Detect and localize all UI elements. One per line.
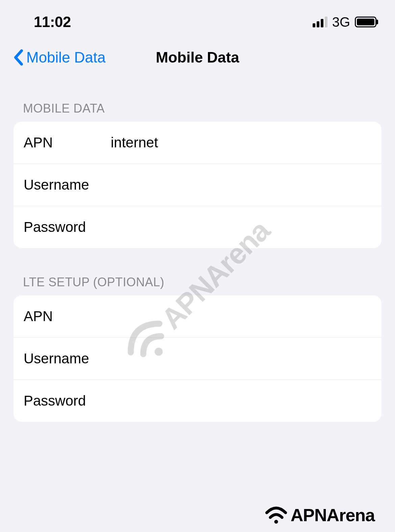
chevron-left-icon [14, 49, 23, 66]
network-type: 3G [332, 15, 350, 30]
back-label: Mobile Data [26, 49, 106, 66]
footer-logo: APNArena [264, 505, 375, 525]
signal-icon [313, 17, 327, 27]
input-lte-password[interactable] [111, 393, 371, 409]
row-apn[interactable]: APN [14, 122, 381, 164]
status-time: 11:02 [34, 14, 71, 30]
row-lte-password[interactable]: Password [14, 380, 381, 422]
back-button[interactable]: Mobile Data [14, 49, 106, 66]
input-password[interactable] [111, 219, 371, 235]
row-lte-username[interactable]: Username [14, 338, 381, 380]
nav-bar: Mobile Data Mobile Data [0, 41, 395, 74]
status-bar: 11:02 3G [0, 0, 395, 41]
wifi-icon [264, 506, 288, 525]
label-apn: APN [24, 135, 111, 151]
label-password: Password [24, 219, 111, 235]
label-username: Username [24, 177, 111, 193]
section-lte-setup: APN Username Password [14, 295, 381, 422]
content: MOBILE DATA APN Username Password LTE SE… [0, 74, 395, 422]
page-title: Mobile Data [156, 49, 239, 66]
label-lte-password: Password [24, 393, 111, 409]
section-mobile-data: APN Username Password [14, 122, 381, 248]
row-username[interactable]: Username [14, 164, 381, 206]
footer-text: APNArena [291, 505, 375, 525]
row-password[interactable]: Password [14, 206, 381, 248]
status-indicators: 3G [313, 15, 376, 30]
label-lte-username: Username [24, 350, 111, 367]
svg-point-1 [274, 520, 278, 524]
battery-icon [355, 17, 376, 27]
input-username[interactable] [111, 177, 371, 193]
row-lte-apn[interactable]: APN [14, 295, 381, 338]
input-lte-apn[interactable] [111, 308, 371, 324]
section-header-mobile-data: MOBILE DATA [14, 101, 381, 122]
input-lte-username[interactable] [111, 350, 371, 367]
input-apn[interactable] [111, 135, 371, 151]
label-lte-apn: APN [24, 308, 111, 324]
section-header-lte: LTE SETUP (OPTIONAL) [14, 275, 381, 295]
